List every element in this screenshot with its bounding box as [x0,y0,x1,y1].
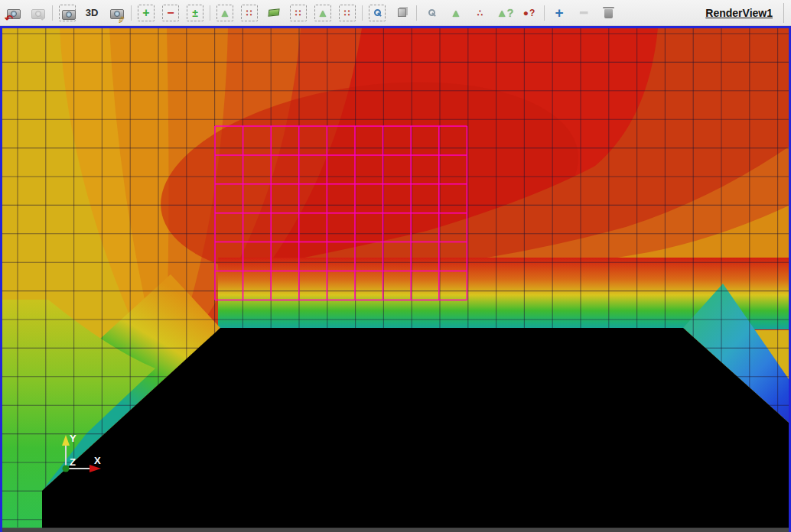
toolbar-separator [416,5,417,21]
split-view-button[interactable]: + [549,3,569,23]
toolbar-separator [52,5,53,21]
camera-redo-button[interactable] [28,3,47,23]
sel-cells-through-icon [265,5,282,21]
split-icon: + [551,5,568,21]
trash-icon [600,5,617,21]
z-axis-label: Z [70,456,76,468]
sel-cells-poly-icon: ▲ [314,5,331,21]
query-icon [369,5,386,21]
hover-icon [423,5,440,21]
sel-add-icon: + [138,5,155,21]
view-title: RenderView1 [705,7,773,19]
interactive-select-cells-button[interactable]: ▲ [446,3,466,23]
toolbar-separator [544,5,545,21]
query-points-icon: ●? [521,5,538,21]
interactive-select-points-button[interactable]: ∴ [470,3,490,23]
sel-sub-icon: − [162,5,179,21]
render-viewport[interactable]: Y X Z [2,28,789,532]
viewport-bottom-bar [2,528,789,532]
select-points-on-button[interactable]: ∷ [239,3,259,23]
collapse-view-button[interactable]: ━ [574,3,594,23]
select-points-through-button[interactable]: ∷ [288,3,308,23]
hover-probe-button[interactable] [422,3,441,23]
toolbar-separator [131,5,132,21]
sel-points-poly-icon: ∷ [339,5,356,21]
query-point-tooltip-button[interactable]: ●? [519,3,539,23]
close-view-button[interactable] [598,3,618,23]
sel-points-through-icon: ∷ [290,5,307,21]
capture-icon [59,5,76,21]
select-points-polygon-button[interactable]: ∷ [337,3,357,23]
z-axis-dot [63,466,70,472]
select-cells-polygon-button[interactable]: ▲ [313,3,333,23]
select-cells-through-button[interactable] [264,3,284,23]
adjust-camera-button[interactable] [106,3,126,23]
toolbar-separator [362,5,363,21]
collapse-icon: ━ [575,5,592,21]
render-view-frame: Y X Z [0,26,791,532]
adjust-camera-icon [108,5,125,21]
query-cells-icon: ▲? [496,5,513,21]
3d-icon: 3D [83,5,100,21]
sel-points-icon: ∷ [241,5,258,21]
sel-toggle-icon: ± [187,5,203,21]
toolbar-separator [210,5,210,21]
select-block-button[interactable] [392,3,412,23]
int-points-icon: ∴ [472,5,489,21]
x-axis-label: X [94,455,101,466]
sel-block-icon [393,5,410,21]
camera-undo-icon [5,5,21,21]
camera-undo-button[interactable] [3,3,23,23]
find-data-query-button[interactable] [367,3,387,23]
y-axis-label: Y [70,433,76,444]
selection-subtract-modifier-button[interactable]: − [161,3,181,23]
select-cells-on-button[interactable]: ▲ [215,3,235,23]
int-cells-icon: ▲ [448,5,464,21]
query-cell-tooltip-button[interactable]: ▲? [495,3,515,23]
toggle-2d-3d-button[interactable]: 3D [82,3,102,23]
render-canvas[interactable]: Y X Z [2,28,789,532]
selection-add-modifier-button[interactable]: + [136,3,156,23]
camera-redo-icon [29,5,46,21]
selection-toggle-modifier-button[interactable]: ± [185,3,205,23]
view-toolbar: 3D+−±▲∷∷▲∷▲∴▲?●?+━ RenderView1 [0,0,791,26]
view-title-separator [783,3,784,23]
capture-screenshot-button[interactable] [57,3,77,23]
sel-cells-icon: ▲ [216,5,233,21]
